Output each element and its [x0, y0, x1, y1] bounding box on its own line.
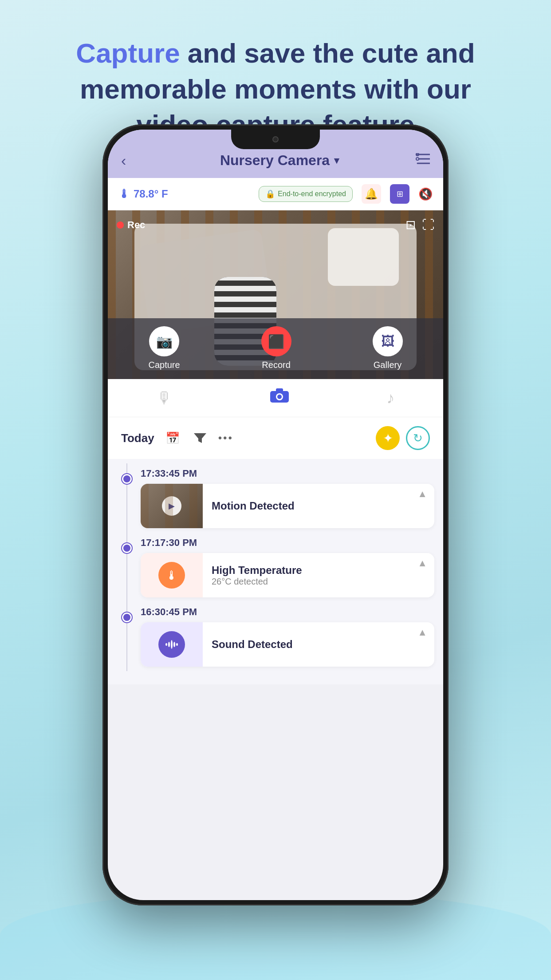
- svg-point-10: [171, 640, 173, 649]
- record-circle: ⬛: [261, 326, 291, 356]
- timeline-content: 17:17:30 PM 🌡 High Temperature 26°C dete…: [141, 537, 443, 597]
- notch-camera: [272, 136, 279, 142]
- camera-top-controls: ⊡ ⛶: [405, 217, 434, 232]
- svg-point-14: [176, 643, 178, 646]
- sound-thumbnail: [141, 622, 203, 667]
- encryption-badge: 🔒 End-to-end encrypted: [259, 186, 353, 202]
- headline-highlight: Capture: [76, 38, 180, 68]
- phone-notch: [231, 130, 320, 149]
- dropdown-chevron-icon[interactable]: ▾: [334, 155, 339, 166]
- event-info: Motion Detected: [203, 491, 417, 521]
- timeline-section: Today 📅 ••• ✦ ↻: [108, 417, 443, 684]
- svg-point-12: [173, 642, 175, 647]
- cloud-upload-icon: ▲: [417, 553, 434, 569]
- fullscreen-icon[interactable]: ⛶: [422, 217, 434, 232]
- tab-camera-icon[interactable]: [270, 388, 289, 408]
- event-card-motion[interactable]: ▶ Motion Detected ▲: [141, 484, 434, 528]
- svg-rect-8: [276, 388, 283, 392]
- filter-button[interactable]: [191, 429, 209, 447]
- gallery-circle: 🖼: [373, 326, 403, 356]
- timeline-item: 17:33:45 PM ▶ Motion Detected ▲: [108, 463, 443, 533]
- record-button[interactable]: ⬛ Record: [261, 326, 291, 370]
- svg-point-4: [416, 158, 419, 160]
- timeline-list: 17:33:45 PM ▶ Motion Detected ▲: [108, 459, 443, 676]
- event-time: 17:17:30 PM: [141, 537, 434, 549]
- event-time: 16:30:45 PM: [141, 606, 434, 618]
- timeline-content: 16:30:45 PM: [141, 606, 443, 667]
- event-subtitle: 26°C detected: [212, 577, 409, 587]
- svg-marker-9: [194, 433, 206, 443]
- event-title: Sound Detected: [212, 638, 409, 651]
- thermometer-icon: 🌡: [118, 187, 130, 201]
- alarm-icon: 🔔: [365, 188, 378, 200]
- svg-point-13: [165, 643, 167, 646]
- temp-thumbnail: 🌡: [141, 553, 203, 597]
- temperature-value: 78.8° F: [134, 188, 168, 200]
- timeline-dot: [122, 612, 132, 622]
- pattern-button[interactable]: ⊞: [390, 184, 409, 204]
- pattern-icon: ⊞: [397, 189, 403, 199]
- motion-thumbnail: ▶: [141, 484, 203, 528]
- header-title: Nursery Camera ▾: [220, 152, 339, 169]
- capture-label: Capture: [148, 360, 180, 370]
- tab-bar: 🎙 ♪: [108, 379, 443, 417]
- timeline-dot: [122, 474, 132, 484]
- tab-microphone-icon[interactable]: 🎙: [157, 389, 173, 407]
- timeline-item: 17:17:30 PM 🌡 High Temperature 26°C dete…: [108, 533, 443, 602]
- event-title: High Temperature: [212, 564, 409, 577]
- alarm-button[interactable]: 🔔: [362, 184, 381, 204]
- svg-point-7: [277, 395, 282, 399]
- more-button[interactable]: •••: [218, 432, 233, 444]
- record-label: Record: [262, 360, 290, 370]
- today-label: Today: [121, 431, 154, 445]
- timeline-dot: [122, 543, 132, 553]
- temp-circle-icon: 🌡: [158, 562, 185, 589]
- back-button[interactable]: ‹: [121, 152, 143, 169]
- cloud-upload-icon: ▲: [417, 622, 434, 638]
- timeline-filters: Today 📅 ••• ✦ ↻: [108, 417, 443, 459]
- gallery-button[interactable]: 🖼 Gallery: [373, 326, 403, 370]
- camera-bottom-controls: 📷 Capture ⬛ Record 🖼 Gallery: [108, 318, 443, 379]
- svg-point-11: [168, 642, 170, 647]
- calendar-button[interactable]: 📅: [163, 429, 182, 447]
- cloud-upload-icon: ▲: [417, 484, 434, 500]
- capture-button[interactable]: 📷 Capture: [148, 326, 180, 370]
- event-time: 17:33:45 PM: [141, 468, 434, 479]
- timeline-content: 17:33:45 PM ▶ Motion Detected ▲: [141, 468, 443, 528]
- tab-music-icon[interactable]: ♪: [386, 389, 394, 407]
- camera-feed: Rec ⊡ ⛶ 📷 Capture ⬛ Record: [108, 210, 443, 379]
- sync-button[interactable]: ↻: [406, 426, 430, 450]
- volume-icon[interactable]: 🔇: [418, 187, 433, 201]
- rec-label: Rec: [127, 219, 145, 231]
- phone-frame: ‹ Nursery Camera ▾: [102, 124, 449, 923]
- rec-badge: Rec: [117, 219, 145, 231]
- camera-overlay-top: Rec ⊡ ⛶: [108, 210, 443, 239]
- timeline-item: 16:30:45 PM: [108, 602, 443, 671]
- temperature-display: 🌡 78.8° F: [118, 187, 168, 201]
- filter-right: ✦ ↻: [376, 426, 430, 450]
- event-info: Sound Detected: [203, 629, 417, 660]
- gallery-label: Gallery: [374, 360, 401, 370]
- settings-button[interactable]: [416, 153, 430, 168]
- status-bar: 🌡 78.8° F 🔒 End-to-end encrypted 🔔 ⊞ 🔇: [108, 178, 443, 210]
- phone-screen: ‹ Nursery Camera ▾: [108, 130, 443, 900]
- burst-mode-button[interactable]: ✦: [376, 426, 400, 450]
- phone-shell: ‹ Nursery Camera ▾: [102, 124, 449, 905]
- rec-dot: [117, 221, 124, 229]
- capture-circle: 📷: [149, 326, 179, 356]
- event-title: Motion Detected: [212, 500, 409, 512]
- lock-icon: 🔒: [265, 189, 275, 199]
- fit-screen-icon[interactable]: ⊡: [405, 217, 416, 232]
- event-info: High Temperature 26°C detected: [203, 555, 417, 596]
- event-card-temp[interactable]: 🌡 High Temperature 26°C detected ▲: [141, 553, 434, 597]
- sound-circle-icon: [158, 631, 185, 658]
- event-card-sound[interactable]: Sound Detected ▲: [141, 622, 434, 667]
